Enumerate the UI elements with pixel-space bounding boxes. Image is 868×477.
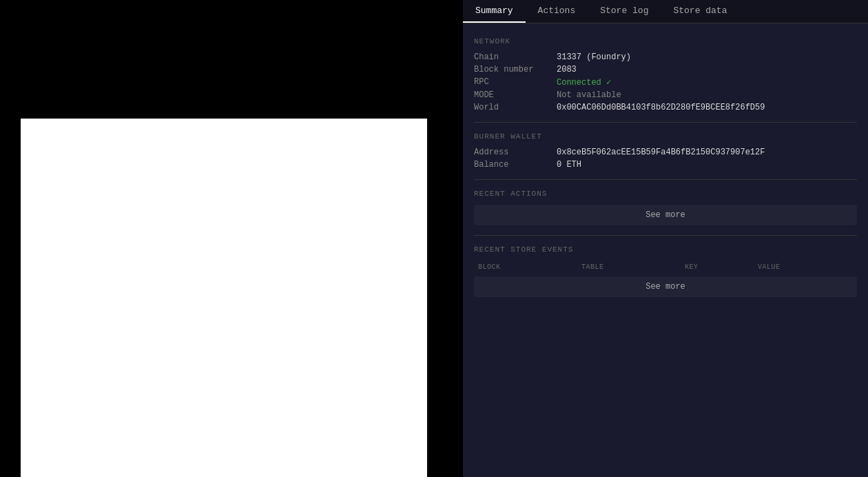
- rpc-value: Connected ✓: [557, 77, 611, 88]
- divider-1: [474, 122, 857, 123]
- divider-3: [474, 235, 857, 236]
- balance-value: 0 ETH: [557, 160, 581, 170]
- store-events-see-more-button[interactable]: See more: [474, 276, 857, 297]
- summary-content: NETWORK Chain 31337 (Foundry) Block numb…: [463, 23, 868, 477]
- store-events-header-row: BLOCK TABLE KEY VALUE: [474, 261, 857, 274]
- address-row: Address 0x8ceB5F062acEE15B59Fa4B6fB2150C…: [474, 148, 857, 157]
- network-section-title: NETWORK: [474, 37, 857, 45]
- balance-label: Balance: [474, 160, 557, 170]
- world-label: World: [474, 103, 557, 112]
- tab-store-data[interactable]: Store data: [661, 0, 739, 23]
- col-table: TABLE: [577, 261, 681, 274]
- store-events-thead: BLOCK TABLE KEY VALUE: [474, 261, 857, 274]
- mode-row: MODE Not available: [474, 90, 857, 100]
- address-label: Address: [474, 148, 557, 157]
- game-panel: [0, 0, 463, 477]
- actions-see-more-button[interactable]: See more: [474, 205, 857, 225]
- address-value: 0x8ceB5F062acEE15B59Fa4B6fB2150C937907e1…: [557, 148, 765, 157]
- tab-bar: Summary Actions Store log Store data: [463, 0, 868, 23]
- game-canvas: [21, 119, 427, 477]
- col-block: BLOCK: [474, 261, 577, 274]
- mode-value: Not available: [557, 90, 621, 100]
- col-key: KEY: [681, 261, 754, 274]
- chain-label: Chain: [474, 52, 557, 62]
- rpc-label: RPC: [474, 77, 557, 88]
- chain-row: Chain 31337 (Foundry): [474, 52, 857, 62]
- right-panel: Summary Actions Store log Store data NET…: [463, 0, 868, 477]
- tab-summary[interactable]: Summary: [463, 0, 526, 23]
- recent-actions-section-title: RECENT ACTIONS: [474, 190, 857, 198]
- block-number-row: Block number 2083: [474, 65, 857, 74]
- store-events-table: BLOCK TABLE KEY VALUE: [474, 261, 857, 274]
- block-number-label: Block number: [474, 65, 557, 74]
- rpc-row: RPC Connected ✓: [474, 77, 857, 88]
- burner-wallet-section-title: BURNER WALLET: [474, 132, 857, 141]
- block-number-value: 2083: [557, 65, 577, 74]
- world-value: 0x00CAC06Dd0BB4103f8b62D280fE9BCEE8f26fD…: [557, 103, 765, 112]
- chain-value: 31337 (Foundry): [557, 52, 631, 62]
- col-value: VALUE: [754, 261, 857, 274]
- store-events-section-title: RECENT STORE EVENTS: [474, 245, 857, 254]
- tab-actions[interactable]: Actions: [526, 0, 588, 23]
- world-row: World 0x00CAC06Dd0BB4103f8b62D280fE9BCEE…: [474, 103, 857, 112]
- mode-label: MODE: [474, 90, 557, 100]
- tab-store-log[interactable]: Store log: [588, 0, 661, 23]
- divider-2: [474, 179, 857, 180]
- balance-row: Balance 0 ETH: [474, 160, 857, 170]
